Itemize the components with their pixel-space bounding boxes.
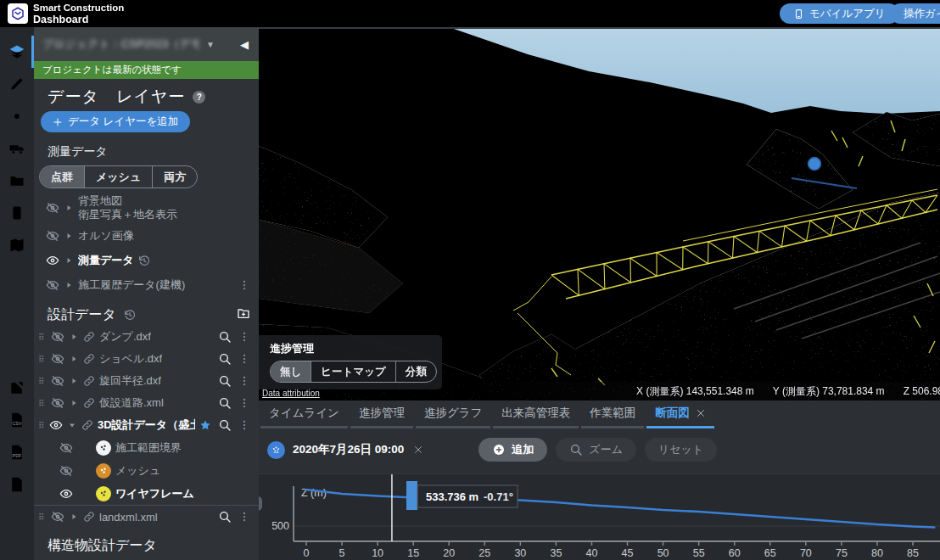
tab-4[interactable]: 出来高管理表 xyxy=(493,400,579,428)
tab-2[interactable]: 進捗管理 xyxy=(350,400,413,428)
eye-hidden-icon[interactable] xyxy=(51,352,64,366)
star-icon[interactable] xyxy=(199,419,211,431)
eye-hidden-icon[interactable] xyxy=(59,464,73,478)
survey-mode-option-2[interactable]: 両方 xyxy=(153,166,197,188)
search-icon[interactable] xyxy=(218,510,232,524)
cross-section-chart[interactable]: 500Z (m)05101520253035404550556065707580… xyxy=(259,473,940,560)
rail-icon-file-pdf[interactable]: PDF xyxy=(0,436,34,468)
layer-row[interactable]: 背景地図衛星写真＋地名表示 xyxy=(34,193,259,223)
remove-date-icon[interactable] xyxy=(413,445,423,455)
search-icon[interactable] xyxy=(218,352,232,366)
eye-visible-icon[interactable] xyxy=(46,254,59,267)
rail-icon-gear[interactable] xyxy=(0,100,34,132)
eye-hidden-icon[interactable] xyxy=(51,374,64,388)
selected-point-marker[interactable] xyxy=(809,158,821,171)
rail-icon-folder[interactable] xyxy=(0,165,34,197)
progress-mode-option-0[interactable]: 無し xyxy=(271,361,311,382)
rail-icon-file-import[interactable] xyxy=(0,468,34,501)
caret-right-icon[interactable] xyxy=(64,203,74,213)
eye-hidden-icon[interactable] xyxy=(51,510,64,524)
kebab-menu-icon[interactable] xyxy=(238,511,250,523)
close-tab-icon[interactable] xyxy=(696,408,706,418)
drag-handle-icon[interactable]: ⠿ xyxy=(38,377,47,386)
eye-visible-icon[interactable] xyxy=(49,418,63,432)
rail-icon-layers[interactable] xyxy=(0,36,34,68)
rail-icon-map[interactable] xyxy=(0,229,34,261)
layer-row[interactable]: ワイヤフレーム xyxy=(34,482,259,505)
kebab-menu-icon[interactable] xyxy=(238,353,250,365)
tab-6[interactable]: 断面図 xyxy=(646,400,714,428)
eye-hidden-icon[interactable] xyxy=(46,278,59,292)
cursor-handle[interactable] xyxy=(406,481,417,510)
add-data-layer-button[interactable]: データ レイヤーを追加 xyxy=(41,111,190,132)
drag-handle-icon[interactable]: ⠿ xyxy=(38,333,47,342)
layer-row[interactable]: ⠿ダンプ.dxf xyxy=(34,326,259,348)
eye-visible-icon[interactable] xyxy=(59,487,73,501)
caret-right-icon[interactable] xyxy=(69,512,79,522)
layer-row[interactable]: ⠿仮設道路.xml xyxy=(34,392,259,414)
rail-icon-device[interactable] xyxy=(0,197,34,229)
history-icon[interactable] xyxy=(138,255,150,266)
survey-mode-option-0[interactable]: 点群 xyxy=(40,166,85,188)
caret-right-icon[interactable] xyxy=(69,332,79,342)
kebab-menu-icon[interactable] xyxy=(238,279,250,291)
map-3d-viewport[interactable]: 進捗管理 無しヒートマップ分類 Data attribution X (測量系)… xyxy=(259,27,940,400)
kebab-menu-icon[interactable] xyxy=(238,375,250,387)
kebab-menu-icon[interactable] xyxy=(238,397,250,409)
kebab-menu-icon[interactable] xyxy=(238,331,250,343)
survey-mode-option-1[interactable]: メッシュ xyxy=(85,166,153,188)
eye-hidden-icon[interactable] xyxy=(51,330,64,344)
drag-handle-icon[interactable]: ⠿ xyxy=(38,355,47,364)
collapse-panel-button[interactable]: ◀ xyxy=(238,36,250,53)
drag-handle-icon[interactable]: ⠿ xyxy=(38,421,45,430)
history-icon[interactable] xyxy=(124,309,136,321)
eye-hidden-icon[interactable] xyxy=(51,396,64,410)
progress-mode-option-2[interactable]: 分類 xyxy=(396,361,436,382)
rail-icon-truck[interactable] xyxy=(0,132,34,165)
layer-row[interactable]: ⠿旋回半径.dxf xyxy=(34,370,259,392)
search-icon[interactable] xyxy=(218,396,232,410)
search-icon[interactable] xyxy=(218,330,232,344)
layer-row[interactable]: 測量データ xyxy=(34,248,259,272)
caret-right-icon[interactable] xyxy=(64,280,74,290)
date-chip[interactable]: 2020年7月26日 09:00 xyxy=(267,441,423,459)
zoom-button[interactable]: ズーム xyxy=(556,438,636,462)
rail-icon-external[interactable] xyxy=(0,372,34,404)
caret-down-icon[interactable] xyxy=(67,420,77,430)
eye-hidden-icon[interactable] xyxy=(46,201,59,215)
drag-handle-icon[interactable]: ⠿ xyxy=(38,512,47,522)
caret-right-icon[interactable] xyxy=(69,398,79,408)
chevron-down-icon[interactable]: ▼ xyxy=(206,40,215,49)
tab-3[interactable]: 進捗グラフ xyxy=(416,400,490,428)
rail-icon-file-csv[interactable]: CSV xyxy=(0,404,34,436)
add-button[interactable]: 追加 xyxy=(478,438,547,462)
folder-plus-icon[interactable] xyxy=(237,306,250,320)
data-attribution-link[interactable]: Data attribution xyxy=(262,389,320,398)
help-icon[interactable]: ? xyxy=(193,91,205,104)
kebab-menu-icon[interactable] xyxy=(238,419,250,431)
progress-mode-option-1[interactable]: ヒートマップ xyxy=(311,361,395,382)
caret-right-icon[interactable] xyxy=(64,231,74,241)
layer-row[interactable]: ⠿landxml.xml xyxy=(34,506,259,528)
search-icon[interactable] xyxy=(218,418,232,432)
layer-row[interactable]: ⠿3D設計データ（盛土工... xyxy=(34,414,259,436)
caret-right-icon[interactable] xyxy=(69,376,79,386)
tab-1[interactable]: タイムライン xyxy=(260,400,348,428)
caret-right-icon[interactable] xyxy=(69,354,79,364)
header-button-guide[interactable]: 操作ガイド xyxy=(890,3,940,24)
tab-5[interactable]: 作業範囲 xyxy=(581,400,644,428)
reset-button[interactable]: リセット xyxy=(645,438,717,462)
search-icon[interactable] xyxy=(218,374,232,388)
layer-row[interactable]: オルソ画像 xyxy=(34,223,259,248)
caret-right-icon[interactable] xyxy=(64,255,74,266)
layer-row[interactable]: 施工履歴データ(建機) xyxy=(34,272,259,297)
drag-handle-icon[interactable]: ⠿ xyxy=(38,399,47,408)
eye-hidden-icon[interactable] xyxy=(46,229,59,243)
project-selector[interactable]: プロジェクト：CSP2023（デモ用） ▼ ◀ xyxy=(34,27,259,61)
layer-row[interactable]: 施工範囲境界 xyxy=(34,436,259,459)
layer-row[interactable]: メッシュ xyxy=(34,459,259,482)
rail-icon-design[interactable] xyxy=(0,68,34,100)
eye-hidden-icon[interactable] xyxy=(59,441,73,455)
header-button-mobile-app[interactable]: モバイルアプリ xyxy=(780,3,899,24)
layer-row[interactable]: ⠿ショベル.dxf xyxy=(34,348,259,370)
